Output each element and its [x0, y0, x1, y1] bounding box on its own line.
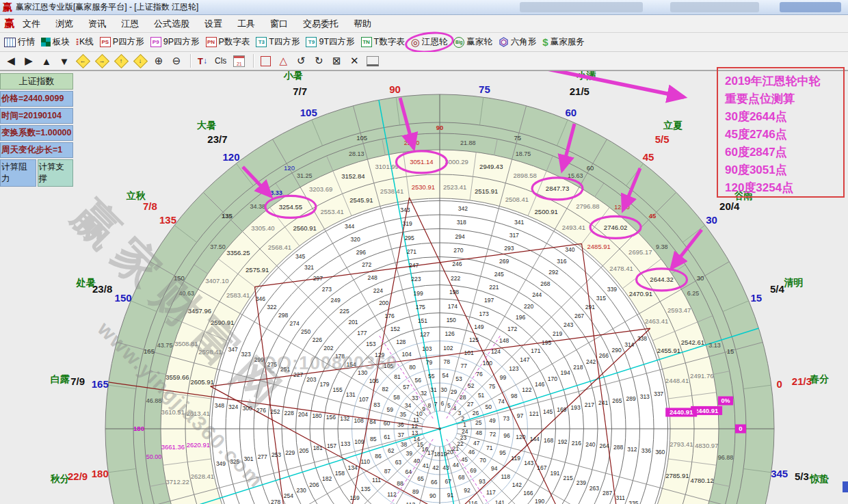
badge-icon: T3	[256, 37, 267, 47]
menu-3[interactable]: 江恩	[121, 18, 139, 30]
menu-2[interactable]: 资讯	[88, 18, 106, 30]
svg-text:3152.84: 3152.84	[341, 172, 365, 180]
menu-1[interactable]: 浏览	[55, 18, 73, 30]
annotation-line-2: 30度2644点	[725, 108, 843, 126]
svg-text:269: 269	[499, 258, 509, 265]
svg-text:325: 325	[230, 458, 239, 465]
toolbar-p-square[interactable]: PSP四方形	[100, 36, 144, 48]
svg-text:52: 52	[468, 382, 475, 389]
toolbar-9p-square[interactable]: P99P四方形	[150, 36, 200, 48]
badge-icon: PS	[100, 37, 111, 47]
toolbar-t-table[interactable]: TNT数字表	[361, 36, 405, 48]
zoom-in-icon[interactable]: ⊕	[153, 55, 164, 67]
svg-text:201: 201	[348, 319, 358, 326]
rotate-cw-icon[interactable]: ↻	[313, 55, 324, 67]
svg-text:87: 87	[384, 468, 391, 475]
menu-6[interactable]: 工具	[237, 18, 255, 30]
svg-text:2590.91: 2590.91	[211, 319, 234, 326]
menu-7[interactable]: 窗口	[270, 18, 288, 30]
blocks-icon	[41, 38, 51, 47]
toolbar-9t-square[interactable]: T99T四方形	[306, 36, 354, 48]
svg-text:2440.91: 2440.91	[695, 407, 719, 414]
page-up-icon[interactable]: ▲	[41, 55, 52, 67]
svg-text:105: 105	[384, 362, 393, 369]
toolbar-winner-service[interactable]: $赢家服务	[542, 36, 584, 48]
svg-text:18: 18	[434, 451, 440, 457]
panel-row-0: 价格=2440.9099	[0, 91, 73, 107]
svg-text:1: 1	[463, 421, 466, 428]
svg-text:小暑: 小暑	[283, 71, 303, 81]
svg-text:5/5: 5/5	[655, 133, 670, 145]
svg-text:17: 17	[427, 449, 434, 456]
svg-text:50.00: 50.00	[146, 453, 162, 460]
svg-text:272: 272	[362, 261, 371, 268]
t-down-icon[interactable]: T↓	[197, 56, 208, 66]
svg-text:226: 226	[313, 336, 322, 343]
toolbar-quotes[interactable]: 行情	[4, 36, 35, 48]
svg-text:128: 128	[396, 339, 406, 345]
diamond-left-icon[interactable]: ←	[77, 55, 89, 67]
svg-text:29: 29	[451, 388, 458, 395]
svg-text:55: 55	[428, 373, 435, 380]
page-down-icon[interactable]: ▼	[59, 55, 70, 67]
rotate-ccw-icon[interactable]: ↺	[295, 55, 306, 67]
presentation-icon[interactable]	[367, 56, 379, 66]
toolbar-p-table[interactable]: PNP数字表	[206, 36, 250, 48]
svg-text:239: 239	[577, 479, 586, 486]
menu-4[interactable]: 公式选股	[154, 18, 189, 30]
svg-text:156: 156	[326, 414, 336, 421]
svg-text:2440.91: 2440.91	[670, 408, 693, 416]
svg-text:2448.41: 2448.41	[665, 377, 689, 384]
svg-text:25.00: 25.00	[404, 140, 420, 146]
toolbar-label: K线	[79, 36, 94, 48]
svg-text:白露: 白露	[51, 373, 70, 384]
svg-text:0: 0	[739, 425, 742, 432]
toolbar-winner-wheel[interactable]: Big赢家轮	[453, 36, 492, 48]
diamond-down-icon[interactable]: ↓	[134, 55, 146, 67]
toolbar-gann-wheel[interactable]: ◎江恩轮	[411, 36, 448, 48]
calendar-icon[interactable]: 21	[233, 55, 245, 67]
svg-text:2463.41: 2463.41	[645, 317, 668, 325]
toolbar-kline[interactable]: ⫶⫶K线	[76, 36, 94, 48]
svg-text:70: 70	[479, 457, 486, 464]
svg-text:298: 298	[278, 312, 288, 319]
menu-8[interactable]: 交易委托	[303, 18, 339, 30]
calc-support-button[interactable]: 计算支撑	[38, 159, 74, 187]
toolbar-sectors[interactable]: 板块	[41, 36, 70, 48]
svg-text:77: 77	[461, 362, 468, 369]
svg-text:2796.88: 2796.88	[576, 202, 599, 210]
toolbar-hexagon[interactable]: 六角形	[499, 36, 537, 48]
svg-text:244: 244	[532, 291, 542, 298]
svg-text:5: 5	[447, 402, 451, 409]
scroll-right-icon[interactable]: ▶	[23, 55, 34, 67]
svg-text:67: 67	[445, 478, 451, 485]
svg-text:147: 147	[520, 356, 529, 363]
triangle-tool-icon[interactable]: △	[278, 55, 289, 67]
svg-text:94: 94	[491, 465, 498, 472]
svg-text:28.13: 28.13	[349, 150, 365, 157]
menu-0[interactable]: 文件	[23, 18, 40, 30]
box-x-icon[interactable]: ⊠	[331, 55, 342, 67]
zoom-out-icon[interactable]: ⊖	[171, 55, 182, 67]
svg-text:122: 122	[522, 386, 531, 393]
svg-text:271: 271	[407, 248, 416, 255]
calc-resistance-button[interactable]: 计算阻力	[0, 159, 36, 187]
svg-text:2620.91: 2620.91	[187, 441, 210, 449]
svg-text:348: 348	[215, 402, 224, 409]
diamond-right-icon[interactable]: →	[96, 55, 108, 67]
svg-text:240: 240	[585, 441, 595, 448]
cls-button[interactable]: Cls	[215, 56, 226, 66]
menu-5[interactable]: 设置	[204, 18, 222, 30]
svg-text:63: 63	[395, 459, 402, 466]
center-cross-icon[interactable]: ✕	[349, 55, 360, 67]
toolbar-t-square[interactable]: T3T四方形	[256, 36, 300, 48]
menu-9[interactable]: 帮助	[354, 18, 371, 30]
svg-text:141: 141	[495, 499, 505, 504]
svg-text:2575.91: 2575.91	[246, 266, 269, 274]
svg-text:2847.73: 2847.73	[546, 185, 569, 192]
svg-text:99: 99	[500, 374, 507, 381]
scroll-left-icon[interactable]: ◀	[5, 55, 16, 67]
svg-text:193: 193	[570, 404, 580, 411]
diamond-up-icon[interactable]: ↑	[115, 55, 127, 67]
square-tool-icon[interactable]	[260, 56, 271, 66]
